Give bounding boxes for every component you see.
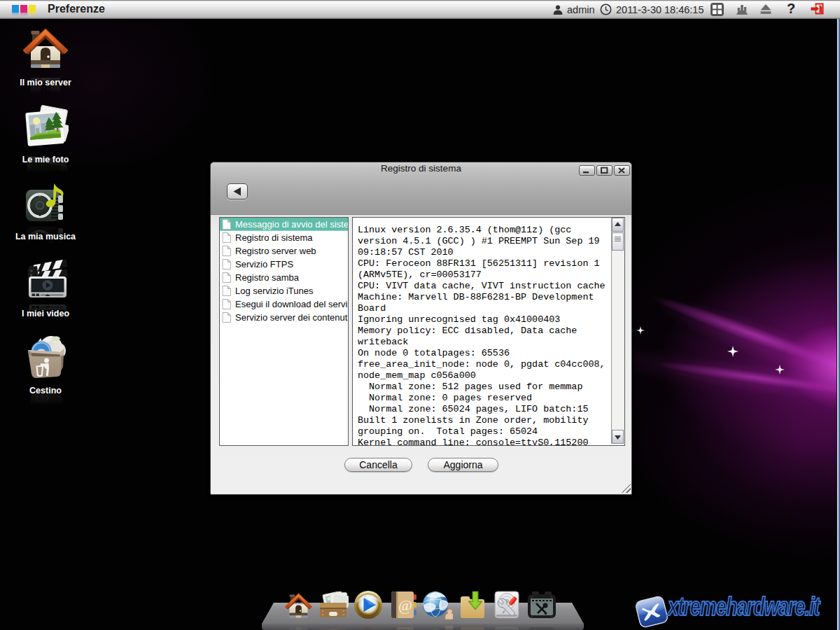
svg-text:@: @ — [398, 596, 412, 614]
